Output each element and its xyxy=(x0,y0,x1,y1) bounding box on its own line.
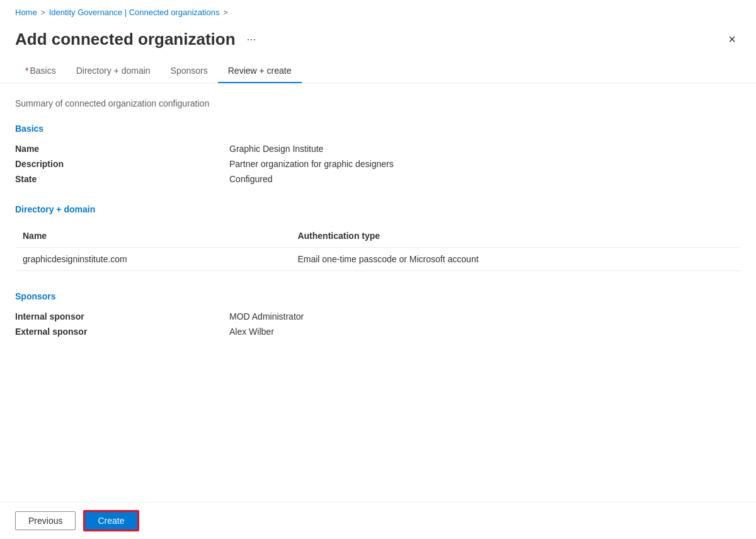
table-header-auth-type: Authentication type xyxy=(290,224,741,248)
breadcrumb-separator-1: > xyxy=(41,8,45,17)
tab-directory-domain[interactable]: Directory + domain xyxy=(66,59,161,83)
page-title: Add connected organization xyxy=(15,30,236,49)
content-area: Summary of connected organization config… xyxy=(0,83,756,407)
tabs-container: *Basics Directory + domain Sponsors Revi… xyxy=(0,59,756,83)
page-container: Home > Identity Governance | Connected o… xyxy=(0,0,756,539)
basics-section: Basics Name Graphic Design Institute Des… xyxy=(15,124,741,184)
close-button[interactable]: × xyxy=(723,30,741,49)
page-title-group: Add connected organization ··· xyxy=(15,30,261,49)
breadcrumb-home[interactable]: Home xyxy=(15,8,37,17)
tab-sponsors-label: Sponsors xyxy=(171,66,208,76)
table-header-row: Name Authentication type xyxy=(15,224,741,248)
sponsors-section-title: Sponsors xyxy=(15,291,741,301)
table-cell-domain-name: graphicdesigninstitute.com xyxy=(15,248,290,271)
field-value-external-sponsor: Alex Wilber xyxy=(229,327,274,337)
breadcrumb-identity-governance[interactable]: Identity Governance | Connected organiza… xyxy=(49,8,220,17)
directory-table: Name Authentication type graphicdesignin… xyxy=(15,224,741,271)
summary-text: Summary of connected organization config… xyxy=(15,98,741,108)
basics-section-title: Basics xyxy=(15,124,741,134)
tab-basics-label: Basics xyxy=(30,66,55,76)
table-header-name: Name xyxy=(15,224,290,248)
sponsors-section: Sponsors Internal sponsor MOD Administra… xyxy=(15,291,741,337)
more-options-button[interactable]: ··· xyxy=(242,30,261,49)
field-value-internal-sponsor: MOD Administrator xyxy=(229,311,304,322)
footer-bar: Previous Create xyxy=(0,502,756,539)
tab-basics-required-star: * xyxy=(25,66,28,76)
directory-section-title: Directory + domain xyxy=(15,204,741,214)
field-label-external-sponsor: External sponsor xyxy=(15,327,229,337)
table-row: graphicdesigninstitute.com Email one-tim… xyxy=(15,248,741,271)
table-cell-auth-type: Email one-time passcode or Microsoft acc… xyxy=(290,248,741,271)
previous-button[interactable]: Previous xyxy=(15,511,76,530)
field-row-external-sponsor: External sponsor Alex Wilber xyxy=(15,327,741,337)
page-header: Add connected organization ··· × xyxy=(0,25,756,59)
field-row-internal-sponsor: Internal sponsor MOD Administrator xyxy=(15,311,741,322)
tab-basics[interactable]: *Basics xyxy=(15,59,66,83)
breadcrumb: Home > Identity Governance | Connected o… xyxy=(0,0,756,25)
tab-directory-domain-label: Directory + domain xyxy=(76,66,151,76)
tab-review-create-label: Review + create xyxy=(228,66,292,76)
breadcrumb-separator-2: > xyxy=(223,8,227,17)
tab-sponsors[interactable]: Sponsors xyxy=(161,59,218,83)
field-label-name: Name xyxy=(15,144,229,154)
tab-review-create[interactable]: Review + create xyxy=(218,59,302,83)
field-label-state: State xyxy=(15,174,229,184)
field-row-name: Name Graphic Design Institute xyxy=(15,144,741,154)
field-value-description: Partner organization for graphic designe… xyxy=(229,159,394,169)
directory-section: Directory + domain Name Authentication t… xyxy=(15,204,741,271)
field-label-description: Description xyxy=(15,159,229,169)
field-row-description: Description Partner organization for gra… xyxy=(15,159,741,169)
field-label-internal-sponsor: Internal sponsor xyxy=(15,311,229,322)
field-value-state: Configured xyxy=(229,174,273,184)
field-row-state: State Configured xyxy=(15,174,741,184)
create-button[interactable]: Create xyxy=(83,510,139,531)
field-value-name: Graphic Design Institute xyxy=(229,144,323,154)
